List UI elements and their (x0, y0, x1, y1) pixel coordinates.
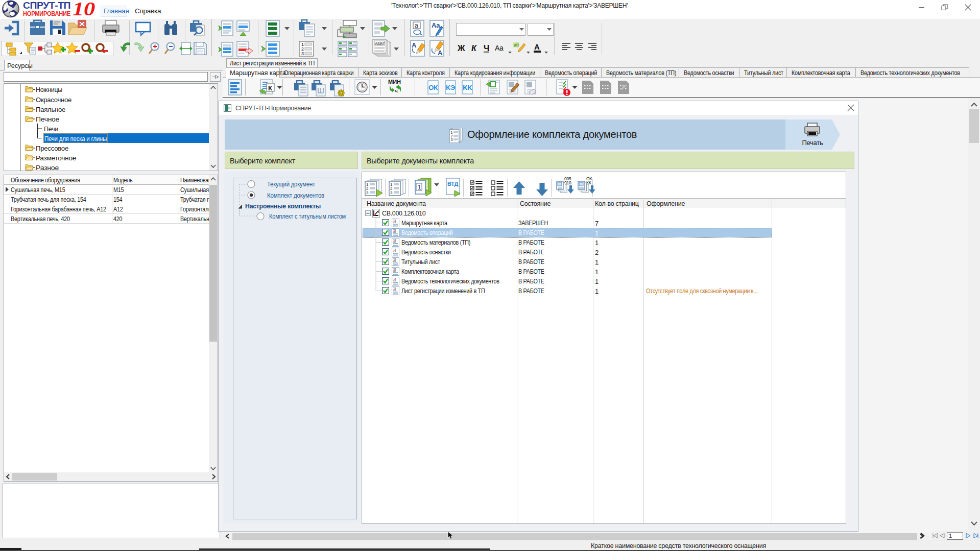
svg-text:Комплект документов: Комплект документов (267, 191, 324, 199)
svg-text:A: A (393, 269, 395, 272)
svg-text:КЭ: КЭ (446, 84, 456, 91)
svg-text:A: A (393, 259, 395, 262)
svg-text:КК: КК (463, 84, 472, 91)
svg-text:ОК: ОК (428, 84, 438, 91)
svg-text:Комплект с титульным листом: Комплект с титульным листом (269, 212, 346, 220)
svg-text:1: 1 (418, 184, 421, 191)
svg-text:1: 1 (949, 533, 952, 539)
svg-text:К: К (268, 84, 272, 92)
svg-text:A: A (393, 278, 395, 281)
svg-text:Настроенные комплекты: Настроенные комплекты (245, 202, 321, 210)
svg-text:ч: ч (395, 88, 397, 94)
svg-text:A: A (393, 230, 395, 233)
svg-text:Текущий документ: Текущий документ (267, 180, 315, 188)
svg-text:3: 3 (451, 138, 453, 141)
svg-text:A: A (393, 288, 395, 291)
svg-text:1: 1 (451, 131, 453, 134)
svg-text:МИН: МИН (388, 79, 401, 85)
svg-text:A: A (393, 220, 395, 223)
svg-text:2: 2 (451, 134, 453, 138)
svg-text:A: A (393, 249, 395, 252)
svg-text:ВТД: ВТД (447, 181, 458, 187)
svg-text:A: A (393, 239, 395, 243)
